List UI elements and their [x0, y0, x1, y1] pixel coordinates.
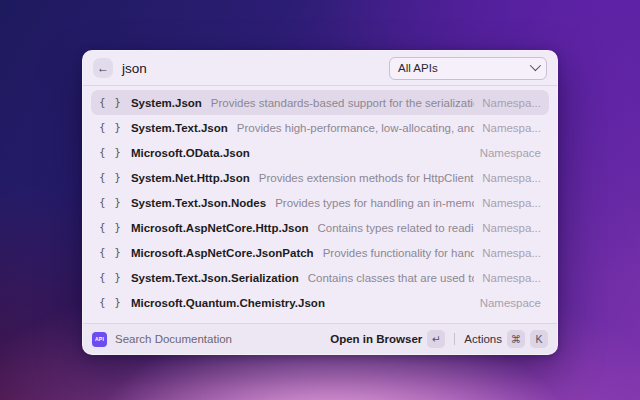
actions-label: Actions	[464, 333, 502, 345]
result-title: Microsoft.AspNetCore.Http.Json	[131, 222, 309, 234]
result-type-badge: Namespa...	[482, 197, 541, 209]
result-title: Microsoft.Quantum.Chemistry.Json	[131, 297, 325, 309]
result-title: System.Json	[131, 97, 202, 109]
api-filter-label: All APIs	[398, 62, 438, 74]
k-key: K	[530, 330, 548, 348]
result-type-badge: Namespa...	[482, 272, 541, 284]
result-title: System.Net.Http.Json	[131, 172, 250, 184]
search-palette-window: ← json All APIs { } System.Json Provides…	[82, 50, 558, 355]
back-arrow-icon: ←	[97, 61, 109, 75]
back-button[interactable]: ←	[93, 58, 113, 78]
result-row[interactable]: { } Microsoft.AspNetCore.JsonPatch Provi…	[91, 240, 549, 265]
api-filter-dropdown[interactable]: All APIs	[389, 57, 547, 80]
braces-icon: { }	[99, 121, 122, 134]
results-list: { } System.Json Provides standards-based…	[83, 86, 557, 323]
footer-app-label: Search Documentation	[115, 333, 330, 345]
open-in-browser-button[interactable]: Open in Browser ↵	[330, 330, 445, 348]
result-type-badge: Namespa...	[482, 247, 541, 259]
result-type-badge: Namespace	[480, 147, 541, 159]
result-description: Contains classes that are used to custom…	[308, 272, 474, 284]
footer-bar: API Search Documentation Open in Browser…	[83, 323, 557, 354]
result-description: Provides high-performance, low-allocatin…	[237, 122, 474, 134]
result-row[interactable]: { } System.Text.Json.Serialization Conta…	[91, 265, 549, 290]
return-key-icon: ↵	[427, 330, 445, 348]
actions-button[interactable]: Actions ⌘ K	[464, 330, 548, 348]
result-type-badge: Namespace	[480, 297, 541, 309]
result-row[interactable]: { } System.Text.Json.Nodes Provides type…	[91, 190, 549, 215]
result-title: Microsoft.AspNetCore.JsonPatch	[131, 247, 314, 259]
result-row[interactable]: { } System.Text.Json Provides high-perfo…	[91, 115, 549, 140]
braces-icon: { }	[99, 96, 122, 109]
result-row[interactable]: { } Microsoft.AspNetCore.Http.Json Conta…	[91, 215, 549, 240]
result-description: Provides standards-based support for the…	[211, 97, 474, 109]
result-type-badge: Namespa...	[482, 97, 541, 109]
open-in-browser-label: Open in Browser	[330, 333, 422, 345]
result-type-badge: Namespa...	[482, 122, 541, 134]
result-title: System.Text.Json.Serialization	[131, 272, 299, 284]
result-title: System.Text.Json	[131, 122, 228, 134]
result-description: Provides functionality for handling JSON…	[323, 247, 475, 259]
search-header: ← json All APIs	[83, 51, 557, 86]
api-docs-app-icon: API	[92, 332, 107, 347]
result-description: Provides types for handling an in-memory…	[275, 197, 474, 209]
braces-icon: { }	[99, 196, 122, 209]
chevron-down-icon	[530, 60, 541, 71]
braces-icon: { }	[99, 146, 122, 159]
footer-divider	[454, 333, 455, 345]
braces-icon: { }	[99, 271, 122, 284]
result-row[interactable]: { } System.Json Provides standards-based…	[91, 90, 549, 115]
result-title: System.Text.Json.Nodes	[131, 197, 266, 209]
result-row[interactable]: { } Microsoft.OData.Json Namespace	[91, 140, 549, 165]
result-row[interactable]: { } System.Net.Http.Json Provides extens…	[91, 165, 549, 190]
search-input[interactable]: json	[122, 61, 389, 76]
braces-icon: { }	[99, 221, 122, 234]
command-key-icon: ⌘	[507, 330, 525, 348]
result-type-badge: Namespa...	[482, 222, 541, 234]
result-row[interactable]: { } Microsoft.Quantum.Chemistry.Json Nam…	[91, 290, 549, 315]
result-description: Contains types related to reading JSON f…	[318, 222, 475, 234]
braces-icon: { }	[99, 246, 122, 259]
result-description: Provides extension methods for HttpClien…	[259, 172, 474, 184]
braces-icon: { }	[99, 171, 122, 184]
result-type-badge: Namespa...	[482, 172, 541, 184]
result-title: Microsoft.OData.Json	[131, 147, 250, 159]
braces-icon: { }	[99, 296, 122, 309]
